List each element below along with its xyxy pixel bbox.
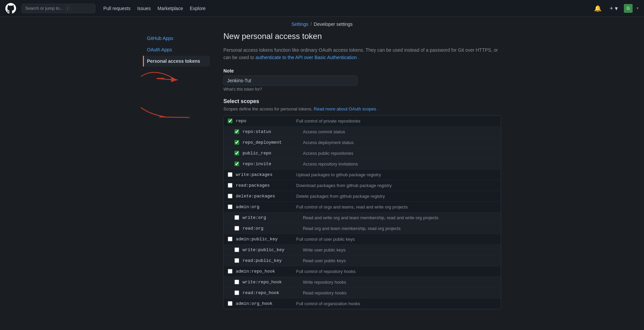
scope-name-read-repo-hook: read:repo_hook: [243, 290, 303, 295]
scope-desc-read-packages: Download packages from github package re…: [296, 183, 497, 188]
scope-name-delete-packages: delete:packages: [236, 194, 296, 199]
topnav-right: 🔔 + ▾ G ▾: [592, 3, 639, 13]
scope-name-admin-org: admin:org: [236, 204, 296, 209]
scope-row-write-org: write:org Read and write org and team me…: [224, 213, 501, 223]
search-placeholder: Search or jump to...: [25, 6, 63, 11]
scopes-table: repo Full control of private repositorie…: [223, 115, 501, 309]
topnav-links: Pull requests Issues Marketplace Explore: [103, 6, 206, 11]
notifications-button[interactable]: 🔔: [592, 3, 603, 13]
nav-marketplace[interactable]: Marketplace: [157, 6, 183, 11]
scope-checkbox-repo-invite[interactable]: [234, 161, 239, 166]
scope-name-read-public-key: read:public_key: [243, 258, 303, 263]
nav-explore[interactable]: Explore: [190, 6, 206, 11]
scope-row-admin-org: admin:org Full control of orgs and teams…: [224, 202, 501, 213]
scope-name-read-packages: read:packages: [236, 183, 296, 188]
scopes-title: Select scopes: [223, 98, 501, 104]
scope-checkbox-public-repo[interactable]: [234, 151, 239, 155]
scope-name-repo-deployment: repo_deployment: [243, 140, 303, 145]
github-logo-icon[interactable]: [5, 3, 16, 14]
sidebar-item-oauth-apps[interactable]: OAuth Apps: [143, 44, 210, 55]
scope-checkbox-admin-org[interactable]: [228, 204, 232, 209]
scope-checkbox-read-org[interactable]: [234, 226, 239, 231]
scope-desc-write-packages: Upload packages to github package regist…: [296, 172, 497, 177]
scope-desc-read-repo-hook: Read repository hooks: [303, 290, 497, 295]
scope-row-repo: repo Full control of private repositorie…: [224, 116, 501, 127]
scope-desc-delete-packages: Delete packages from github package regi…: [296, 194, 497, 199]
breadcrumb-current: Developer settings: [314, 21, 353, 27]
scope-desc-repo-invite: Access repository invitations: [303, 161, 497, 167]
nav-issues[interactable]: Issues: [137, 6, 151, 11]
note-hint: What's this token for?: [223, 87, 501, 92]
scope-checkbox-write-org[interactable]: [234, 215, 239, 220]
scope-desc-repo: Full control of private repositories: [296, 119, 497, 124]
breadcrumb: Settings / Developer settings: [0, 17, 644, 32]
scope-name-repo-status: repo:status: [243, 129, 303, 134]
scope-row-admin-public-key: admin:public_key Full control of user pu…: [224, 234, 501, 245]
scope-name-public-repo: public_repo: [243, 151, 303, 156]
page-description: Personal access tokens function like ord…: [223, 46, 501, 61]
scope-name-admin-org-hook: admin:org_hook: [236, 301, 296, 306]
scope-desc-write-org: Read and write org and team membership, …: [303, 215, 497, 220]
scope-desc-repo-deployment: Access deployment status: [303, 140, 497, 145]
scope-name-write-org: write:org: [243, 215, 303, 220]
description-text-part2: .: [358, 55, 360, 60]
scope-desc-admin-org: Full control of orgs and teams, read and…: [296, 204, 497, 209]
scope-name-admin-public-key: admin:public_key: [236, 237, 296, 242]
scope-name-repo: repo: [236, 119, 296, 124]
scope-checkbox-delete-packages[interactable]: [228, 194, 232, 198]
scope-row-read-org: read:org Read org and team membership, r…: [224, 223, 501, 234]
scope-row-write-repo-hook: write:repo_hook Write repository hooks: [224, 277, 501, 288]
scope-desc-read-org: Read org and team membership, read org p…: [303, 226, 497, 231]
scope-checkbox-write-repo-hook[interactable]: [234, 280, 239, 284]
scope-row-read-packages: read:packages Download packages from git…: [224, 180, 501, 191]
description-link[interactable]: authenticate to the API over Basic Authe…: [256, 55, 357, 60]
scope-checkbox-write-packages[interactable]: [228, 172, 232, 177]
nav-pull-requests[interactable]: Pull requests: [103, 6, 130, 11]
scope-desc-repo-status: Access commit status: [303, 129, 497, 134]
page-title: New personal access token: [223, 32, 501, 41]
scope-desc-write-public-key: Write user public keys: [303, 247, 497, 252]
page-content: New personal access token Personal acces…: [210, 32, 501, 309]
scope-checkbox-read-repo-hook[interactable]: [234, 290, 239, 295]
scope-checkbox-read-packages[interactable]: [228, 183, 232, 188]
avatar-dropdown-icon: ▾: [637, 6, 639, 10]
scope-desc-admin-org-hook: Full control of organization hooks: [296, 301, 497, 306]
scopes-desc-part1: Scopes define the access for personal to…: [223, 106, 314, 111]
scope-row-write-packages: write:packages Upload packages to github…: [224, 170, 501, 180]
note-input[interactable]: [223, 76, 358, 86]
main-container: GitHub Apps OAuth Apps Personal access t…: [138, 32, 506, 323]
scope-name-read-org: read:org: [243, 226, 303, 231]
note-label: Note: [223, 68, 501, 74]
scope-checkbox-admin-repo-hook[interactable]: [228, 269, 232, 274]
scope-checkbox-write-public-key[interactable]: [234, 247, 239, 252]
avatar[interactable]: G: [624, 4, 633, 13]
scope-row-admin-repo-hook: admin:repo_hook Full control of reposito…: [224, 266, 501, 277]
scope-row-read-repo-hook: read:repo_hook Read repository hooks: [224, 288, 501, 298]
search-bar[interactable]: Search or jump to... /: [21, 4, 95, 13]
scope-checkbox-admin-org-hook[interactable]: [228, 301, 232, 306]
scope-checkbox-repo-deployment[interactable]: [234, 140, 239, 145]
new-item-button[interactable]: + ▾: [607, 3, 620, 13]
sidebar-item-github-apps[interactable]: GitHub Apps: [143, 33, 210, 44]
scope-row-public-repo: public_repo Access public repositories: [224, 148, 501, 159]
scope-checkbox-repo-status[interactable]: [234, 129, 239, 134]
scope-row-admin-org-hook: admin:org_hook Full control of organizat…: [224, 298, 501, 309]
scope-desc-admin-public-key: Full control of user public keys: [296, 237, 497, 242]
scope-desc-public-repo: Access public repositories: [303, 151, 497, 156]
scopes-description: Scopes define the access for personal to…: [223, 106, 501, 111]
scope-desc-admin-repo-hook: Full control of repository hooks: [296, 269, 497, 274]
scope-checkbox-read-public-key[interactable]: [234, 258, 239, 263]
sidebar-item-personal-access-tokens[interactable]: Personal access tokens: [143, 56, 210, 66]
scope-name-admin-repo-hook: admin:repo_hook: [236, 269, 296, 274]
scope-row-read-public-key: read:public_key Read user public keys: [224, 255, 501, 266]
scope-checkbox-repo[interactable]: [228, 119, 232, 123]
breadcrumb-separator: /: [310, 21, 312, 27]
scope-checkbox-admin-public-key[interactable]: [228, 237, 232, 241]
scopes-read-more-link[interactable]: Read more about OAuth scopes: [314, 106, 376, 111]
scopes-desc-part2: .: [377, 106, 379, 111]
topnav: Search or jump to... / Pull requests Iss…: [0, 0, 644, 17]
scope-row-delete-packages: delete:packages Delete packages from git…: [224, 191, 501, 202]
slash-shortcut: /: [65, 6, 70, 11]
scope-desc-write-repo-hook: Write repository hooks: [303, 280, 497, 285]
breadcrumb-settings[interactable]: Settings: [291, 21, 309, 27]
